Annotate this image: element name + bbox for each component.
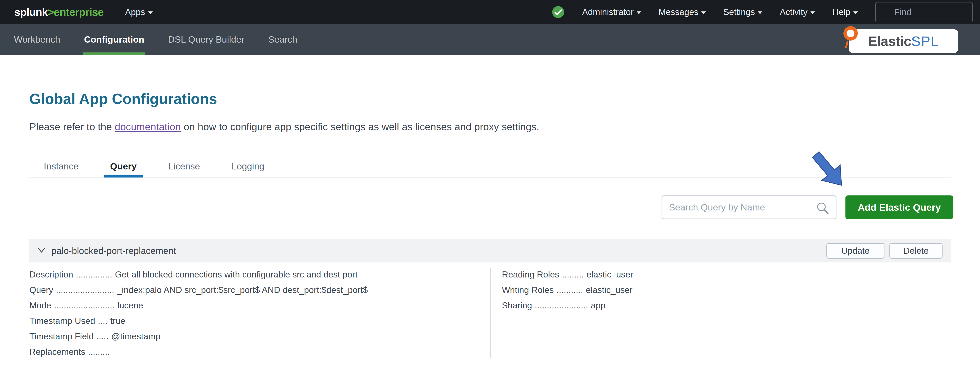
query-details-left-column: Description...............Get all blocke… <box>29 267 368 360</box>
help-menu-label: Help <box>832 7 850 17</box>
settings-menu[interactable]: Settings <box>723 7 762 17</box>
intro-text-after: on how to configure app specific setting… <box>181 121 539 132</box>
activity-menu-label: Activity <box>780 7 808 17</box>
nav-item-workbench[interactable]: Workbench <box>14 24 60 55</box>
tab-instance[interactable]: Instance <box>44 156 78 177</box>
app-nav-bar: Workbench Configuration DSL Query Builde… <box>0 24 980 55</box>
leader-dots: ........................ <box>56 285 114 295</box>
delete-button[interactable]: Delete <box>889 243 943 259</box>
leader-dots: .... <box>98 316 107 326</box>
detail-value: Get all blocked connections with configu… <box>115 270 358 279</box>
help-menu[interactable]: Help <box>832 7 858 17</box>
search-query-input[interactable] <box>662 195 837 219</box>
nav-item-label: DSL Query Builder <box>168 34 244 45</box>
detail-line-timestamp-used: Timestamp Used....true <box>29 313 368 329</box>
brand-elastic-text: Elastic <box>868 33 911 49</box>
detail-label: Timestamp Field <box>29 332 94 341</box>
brand-spl-text: SPL <box>911 33 939 49</box>
nav-item-dsl-query-builder[interactable]: DSL Query Builder <box>168 24 244 55</box>
health-status-button[interactable] <box>552 6 565 19</box>
leader-dots: ......................... <box>54 300 115 310</box>
activity-menu[interactable]: Activity <box>780 7 815 17</box>
detail-line-mode: Mode.........................lucene <box>29 298 368 313</box>
active-nav-underline <box>83 52 145 55</box>
nav-item-label: Workbench <box>14 34 60 45</box>
chevron-down-icon <box>148 11 153 14</box>
leader-dots: ..... <box>96 332 108 341</box>
detail-label: Reading Roles <box>502 270 559 279</box>
tab-logging[interactable]: Logging <box>232 156 264 177</box>
detail-label: Timestamp Used <box>29 316 95 326</box>
apps-menu[interactable]: Apps <box>125 7 153 17</box>
tab-query[interactable]: Query <box>110 156 137 177</box>
leader-dots: ........... <box>556 285 583 295</box>
nav-item-configuration[interactable]: Configuration <box>84 24 145 55</box>
config-tabs: Instance Query License Logging <box>29 156 951 178</box>
topbar-right-menus: Administrator Messages Settings Activity… <box>552 2 973 22</box>
nav-item-label: Search <box>268 34 298 45</box>
documentation-link[interactable]: documentation <box>115 121 181 132</box>
orange-dot-icon <box>843 26 858 41</box>
leader-dots: ...................... <box>535 300 588 310</box>
leader-dots: ......... <box>562 270 584 279</box>
chevron-down-icon <box>810 11 815 14</box>
detail-value: @timestamp <box>111 332 160 341</box>
intro-paragraph: Please refer to the documentation on how… <box>29 121 539 133</box>
elasticspl-app-logo: Elastic SPL <box>849 29 958 53</box>
detail-line-description: Description...............Get all blocke… <box>29 267 368 282</box>
expand-chevron-down-icon[interactable] <box>37 247 46 253</box>
administrator-menu[interactable]: Administrator <box>582 7 641 17</box>
detail-label: Replacements <box>29 347 85 357</box>
messages-menu[interactable]: Messages <box>659 7 706 17</box>
add-elastic-query-button[interactable]: Add Elastic Query <box>845 195 953 219</box>
detail-line-timestamp-field: Timestamp Field.....@timestamp <box>29 329 368 344</box>
administrator-menu-label: Administrator <box>582 7 634 17</box>
splunk-enterprise-logo[interactable]: splunk>enterprise <box>14 6 103 18</box>
detail-value: elastic_user <box>586 270 633 279</box>
magnifier-icon[interactable] <box>815 201 830 215</box>
intro-text-before: Please refer to the <box>29 121 115 132</box>
active-tab-underline <box>104 175 143 178</box>
nav-item-search[interactable]: Search <box>268 24 298 55</box>
detail-value: _index:palo AND src_port:$src_port$ AND … <box>117 285 368 295</box>
detail-value: lucene <box>117 300 143 310</box>
chevron-down-icon <box>701 11 706 14</box>
detail-value: app <box>591 300 606 310</box>
detail-line-reading-roles: Reading Roles.........elastic_user <box>502 267 633 282</box>
detail-line-writing-roles: Writing Roles...........elastic_user <box>502 282 633 298</box>
chevron-down-icon <box>758 11 762 14</box>
messages-menu-label: Messages <box>659 7 698 17</box>
detail-line-sharing: Sharing......................app <box>502 298 633 313</box>
logo-chevron: > <box>48 6 54 18</box>
detail-label: Query <box>29 285 53 295</box>
tab-label: License <box>169 161 200 172</box>
query-row[interactable]: palo-blocked-port-replacement Update Del… <box>29 239 951 262</box>
apps-menu-label: Apps <box>125 7 145 17</box>
tab-label: Query <box>110 161 137 172</box>
tab-label: Instance <box>44 161 78 172</box>
detail-value: elastic_user <box>586 285 632 295</box>
detail-label: Writing Roles <box>502 285 554 295</box>
detail-line-query: Query........................_index:palo… <box>29 282 368 298</box>
detail-label: Sharing <box>502 300 532 310</box>
leader-dots: ............... <box>76 270 112 279</box>
logo-product-text: enterprise <box>54 6 103 18</box>
tab-label: Logging <box>232 161 264 172</box>
settings-menu-label: Settings <box>723 7 755 17</box>
details-column-divider <box>490 268 491 358</box>
query-name: palo-blocked-port-replacement <box>51 239 176 262</box>
update-button[interactable]: Update <box>826 243 885 259</box>
chevron-down-icon <box>853 11 858 14</box>
chevron-down-icon <box>637 11 641 14</box>
logo-splunk-text: splunk <box>14 6 48 18</box>
find-search-input[interactable] <box>875 2 973 22</box>
query-details-right-column: Reading Roles.........elastic_user Writi… <box>502 267 633 313</box>
orange-pin-stem-icon <box>845 41 849 48</box>
detail-line-replacements: Replacements......... <box>29 344 368 360</box>
splunk-top-bar: splunk>enterprise Apps Administrator Mes… <box>0 0 980 24</box>
nav-item-label: Configuration <box>84 34 145 45</box>
page-title: Global App Configurations <box>29 90 217 107</box>
tab-license[interactable]: License <box>169 156 200 177</box>
detail-label: Description <box>29 270 73 279</box>
detail-value: true <box>110 316 126 326</box>
